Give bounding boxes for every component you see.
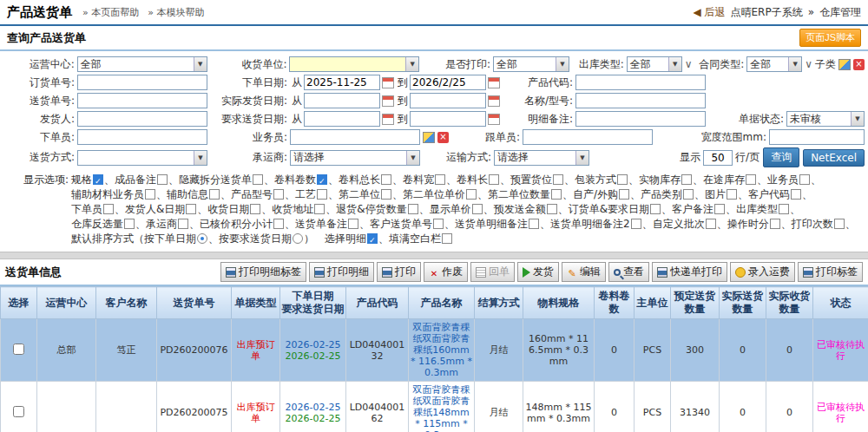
ship-date-to-input[interactable] xyxy=(410,93,486,108)
out-type-select[interactable]: 全部 xyxy=(627,56,682,72)
toolbar-button-7[interactable]: 查看 xyxy=(608,262,649,282)
calendar-icon[interactable] xyxy=(382,77,394,88)
detail-note-input[interactable] xyxy=(575,111,706,127)
option-radio[interactable] xyxy=(293,233,303,244)
toolbar-button-4[interactable]: 回单 xyxy=(470,262,515,282)
option-checkbox[interactable] xyxy=(706,219,716,229)
option-checkbox[interactable] xyxy=(273,189,284,200)
calendar-icon[interactable] xyxy=(488,77,500,88)
option-checkbox[interactable] xyxy=(103,204,114,214)
page-js-button[interactable]: 页面JS脚本 xyxy=(799,29,861,47)
doc-status-select[interactable]: 未审核 xyxy=(786,111,865,127)
option-radio[interactable] xyxy=(197,233,207,244)
search-button[interactable]: 查询 xyxy=(763,147,799,167)
toolbar-button-9[interactable]: 录入运费 xyxy=(730,262,795,282)
option-checkbox[interactable] xyxy=(314,204,325,214)
salesman-input[interactable] xyxy=(290,129,420,145)
salesman-clear-icon[interactable] xyxy=(437,132,449,143)
option-checkbox[interactable] xyxy=(619,189,629,200)
ship-date-from-input[interactable] xyxy=(304,93,380,108)
option-checkbox[interactable] xyxy=(791,189,801,200)
transport-select[interactable]: 请选择 xyxy=(494,150,589,166)
option-checkbox[interactable] xyxy=(834,219,845,229)
center-select[interactable]: 全部 xyxy=(77,56,207,72)
option-checkbox[interactable] xyxy=(442,233,452,244)
toolbar-button-2[interactable]: 打印 xyxy=(377,262,421,282)
option-checkbox[interactable] xyxy=(472,204,483,214)
option-checkbox[interactable] xyxy=(551,189,562,200)
option-checkbox[interactable] xyxy=(93,174,103,185)
carrier-select[interactable]: 请选择 xyxy=(290,150,420,166)
option-checkbox[interactable] xyxy=(631,219,641,229)
option-checkbox[interactable] xyxy=(617,174,628,185)
subtype-picker-icon[interactable] xyxy=(838,59,851,70)
option-checkbox[interactable] xyxy=(317,174,327,185)
option-checkbox[interactable] xyxy=(435,174,445,185)
option-checkbox[interactable] xyxy=(178,219,188,229)
subtype-clear-icon[interactable] xyxy=(853,59,865,70)
receiver-combo[interactable] xyxy=(289,56,419,72)
delivery-mode-select[interactable] xyxy=(77,150,207,166)
netexcel-button[interactable]: NetExcel xyxy=(803,149,865,167)
cell-product-name[interactable]: 双面背胶青稞纸双面背胶青稞纸160mm * 116.5mm * 0.3mm xyxy=(409,319,475,382)
option-checkbox[interactable] xyxy=(209,189,220,200)
salesman-picker-icon[interactable] xyxy=(423,132,435,143)
delivery-no-input[interactable] xyxy=(77,93,207,108)
toolbar-button-3[interactable]: 作废 xyxy=(424,262,468,282)
calendar-icon[interactable] xyxy=(382,114,394,125)
page-help-link[interactable]: » 本页面帮助 xyxy=(82,6,139,19)
option-checkbox[interactable] xyxy=(145,189,155,200)
page-size-input[interactable] xyxy=(703,150,733,166)
width-range-input[interactable] xyxy=(769,129,865,145)
order-clerk-input[interactable] xyxy=(77,129,207,145)
option-checkbox[interactable] xyxy=(317,189,327,200)
option-checkbox[interactable] xyxy=(466,189,477,200)
contract-type-select[interactable]: 全部 xyxy=(746,56,802,72)
option-checkbox[interactable] xyxy=(779,204,789,214)
calendar-icon[interactable] xyxy=(382,95,394,107)
option-checkbox[interactable] xyxy=(273,219,284,229)
toolbar-button-6[interactable]: 编辑 xyxy=(562,262,606,282)
option-checkbox[interactable] xyxy=(408,204,418,214)
cell-product-name[interactable]: 双面背胶青稞纸双面背胶青稞纸148mm * 115mm * 0.3mm xyxy=(409,382,475,432)
option-checkbox[interactable] xyxy=(746,174,756,185)
order-date-to-input[interactable] xyxy=(410,75,486,90)
module-help-link[interactable]: » 本模块帮助 xyxy=(148,6,204,19)
toolbar-button-5[interactable]: 发货 xyxy=(517,262,559,282)
option-checkbox[interactable] xyxy=(799,174,810,185)
printed-select[interactable]: 全部 xyxy=(493,56,569,72)
option-checkbox[interactable] xyxy=(433,219,444,229)
option-checkbox[interactable] xyxy=(253,174,263,185)
option-checkbox[interactable] xyxy=(250,204,260,214)
option-checkbox[interactable] xyxy=(553,174,563,185)
toolbar-button-0[interactable]: 打印明细标签 xyxy=(220,262,306,282)
option-checkbox[interactable] xyxy=(770,219,780,229)
option-checkbox[interactable] xyxy=(124,219,135,229)
shipper-input[interactable] xyxy=(77,111,207,127)
req-date-from-input[interactable] xyxy=(304,111,380,127)
back-link[interactable]: ◀ 后退 xyxy=(693,5,725,20)
order-no-input[interactable] xyxy=(77,75,207,90)
option-checkbox[interactable] xyxy=(650,204,661,214)
row-checkbox[interactable] xyxy=(13,406,24,417)
toolbar-button-10[interactable]: 打印标签 xyxy=(798,262,863,282)
option-checkbox[interactable] xyxy=(157,174,168,185)
option-checkbox[interactable] xyxy=(489,174,499,185)
option-checkbox[interactable] xyxy=(547,204,557,214)
option-checkbox[interactable] xyxy=(367,233,378,244)
calendar-icon[interactable] xyxy=(488,114,500,125)
option-checkbox[interactable] xyxy=(681,174,692,185)
option-checkbox[interactable] xyxy=(381,189,391,200)
follower-input[interactable] xyxy=(523,129,653,145)
calendar-icon[interactable] xyxy=(488,95,500,107)
option-checkbox[interactable] xyxy=(348,219,358,229)
toolbar-button-1[interactable]: 打印明细 xyxy=(309,262,374,282)
product-code-input[interactable] xyxy=(575,75,706,90)
option-checkbox[interactable] xyxy=(714,204,725,214)
system-link[interactable]: 点晴ERP子系统 xyxy=(731,5,803,20)
row-checkbox[interactable] xyxy=(13,344,24,355)
option-checkbox[interactable] xyxy=(186,204,196,214)
req-date-to-input[interactable] xyxy=(410,111,486,127)
option-checkbox[interactable] xyxy=(683,189,694,200)
option-checkbox[interactable] xyxy=(727,189,737,200)
